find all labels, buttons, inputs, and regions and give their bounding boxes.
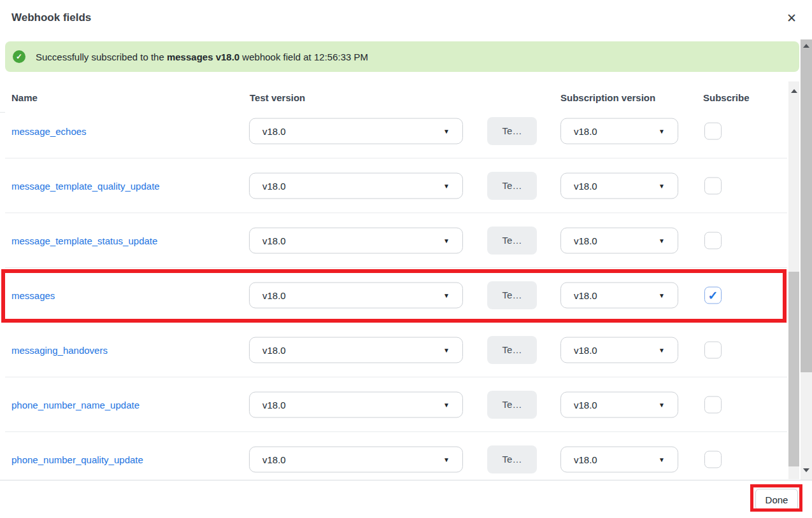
test-version-select[interactable]: v18.0 ▼ bbox=[249, 446, 463, 472]
subscription-version-value: v18.0 bbox=[574, 399, 597, 410]
table-row: messages v18.0 ▼ Te… v18.0 ▼ ✓ bbox=[5, 268, 787, 323]
webhook-name-link[interactable]: message_echoes bbox=[11, 125, 87, 136]
chevron-down-icon: ▼ bbox=[443, 237, 450, 244]
subscription-version-select[interactable]: v18.0 ▼ bbox=[560, 172, 678, 199]
subscribe-checkbox[interactable] bbox=[704, 451, 722, 468]
subscription-version-value: v18.0 bbox=[574, 235, 597, 246]
test-button[interactable]: Te… bbox=[487, 227, 537, 255]
dialog-scroll-down-icon[interactable] bbox=[803, 468, 809, 472]
webhook-name-link[interactable]: messaging_handovers bbox=[11, 344, 108, 355]
subscribe-checkbox[interactable] bbox=[704, 232, 722, 249]
column-header-subscribe: Subscribe bbox=[703, 92, 750, 103]
chevron-down-icon: ▼ bbox=[659, 291, 665, 298]
chevron-down-icon: ▼ bbox=[659, 182, 665, 189]
table-row: phone_number_quality_update v18.0 ▼ Te… … bbox=[5, 432, 787, 487]
chevron-down-icon: ▼ bbox=[443, 401, 450, 408]
subscription-version-select[interactable]: v18.0 ▼ bbox=[560, 118, 678, 144]
test-button[interactable]: Te… bbox=[487, 117, 537, 145]
test-button[interactable]: Te… bbox=[487, 281, 537, 309]
table-row: phone_number_name_update v18.0 ▼ Te… v18… bbox=[5, 377, 787, 432]
webhook-name-link[interactable]: phone_number_name_update bbox=[11, 399, 139, 410]
test-version-select[interactable]: v18.0 ▼ bbox=[249, 282, 463, 308]
test-version-value: v18.0 bbox=[262, 235, 286, 246]
chevron-down-icon: ▼ bbox=[443, 127, 450, 134]
test-version-select[interactable]: v18.0 ▼ bbox=[249, 172, 463, 199]
table-row: messaging_handovers v18.0 ▼ Te… v18.0 ▼ bbox=[5, 323, 787, 377]
success-banner: ✓ Successfully subscribed to the message… bbox=[5, 41, 799, 72]
test-button[interactable]: Te… bbox=[487, 391, 537, 419]
subscribe-checkbox[interactable] bbox=[704, 341, 722, 358]
test-version-value: v18.0 bbox=[262, 454, 286, 465]
test-version-select[interactable]: v18.0 ▼ bbox=[249, 227, 463, 253]
chevron-down-icon: ▼ bbox=[443, 182, 450, 189]
subscribe-checkbox[interactable] bbox=[704, 396, 722, 413]
test-version-value: v18.0 bbox=[262, 399, 286, 410]
chevron-down-icon: ▼ bbox=[443, 291, 450, 298]
scroll-up-icon[interactable] bbox=[791, 89, 797, 93]
chevron-down-icon: ▼ bbox=[659, 127, 665, 134]
dialog-scrollbar[interactable] bbox=[801, 39, 812, 480]
subscribe-checkbox[interactable] bbox=[704, 122, 722, 139]
subscription-version-value: v18.0 bbox=[574, 290, 597, 300]
done-button[interactable]: Done bbox=[755, 489, 798, 510]
chevron-down-icon: ▼ bbox=[659, 456, 665, 463]
table-row: message_template_status_update v18.0 ▼ T… bbox=[5, 213, 787, 268]
chevron-down-icon: ▼ bbox=[659, 346, 665, 353]
webhook-name-link[interactable]: messages bbox=[11, 290, 55, 300]
subscription-version-value: v18.0 bbox=[574, 454, 597, 465]
test-button[interactable]: Te… bbox=[487, 172, 537, 200]
webhook-name-link[interactable]: message_template_quality_update bbox=[11, 180, 160, 191]
test-version-value: v18.0 bbox=[262, 125, 286, 136]
page-title: Webhook fields bbox=[11, 11, 91, 24]
table-row: message_template_quality_update v18.0 ▼ … bbox=[5, 158, 787, 213]
test-version-select[interactable]: v18.0 ▼ bbox=[249, 118, 463, 144]
subscription-version-select[interactable]: v18.0 ▼ bbox=[560, 282, 678, 308]
chevron-down-icon: ▼ bbox=[443, 456, 450, 463]
test-button[interactable]: Te… bbox=[487, 336, 537, 364]
subscription-version-value: v18.0 bbox=[574, 344, 597, 355]
webhook-name-link[interactable]: phone_number_quality_update bbox=[11, 454, 143, 465]
success-message-before: Successfully subscribed to the bbox=[36, 52, 167, 62]
webhook-name-link[interactable]: message_template_status_update bbox=[11, 235, 157, 246]
table-row: message_echoes v18.0 ▼ Te… v18.0 ▼ bbox=[5, 104, 787, 158]
chevron-down-icon: ▼ bbox=[659, 401, 665, 408]
table-scrollbar-thumb[interactable] bbox=[788, 272, 799, 466]
chevron-down-icon: ▼ bbox=[659, 237, 665, 244]
subscription-version-value: v18.0 bbox=[574, 125, 597, 136]
success-message-field: messages v18.0 bbox=[167, 52, 239, 62]
test-version-select[interactable]: v18.0 ▼ bbox=[249, 391, 463, 417]
success-message: Successfully subscribed to the messages … bbox=[36, 52, 368, 62]
subscription-version-select[interactable]: v18.0 ▼ bbox=[560, 391, 678, 417]
test-version-value: v18.0 bbox=[262, 344, 286, 355]
test-version-select[interactable]: v18.0 ▼ bbox=[249, 337, 463, 363]
subscribe-checkbox[interactable] bbox=[704, 177, 722, 194]
checkbox-check-icon: ✓ bbox=[708, 289, 718, 301]
column-header-name: Name bbox=[11, 92, 38, 103]
subscription-version-select[interactable]: v18.0 ▼ bbox=[560, 337, 678, 363]
chevron-down-icon: ▼ bbox=[443, 346, 450, 353]
test-button[interactable]: Te… bbox=[487, 445, 537, 473]
subscribe-checkbox[interactable]: ✓ bbox=[704, 286, 722, 304]
dialog-scroll-up-icon[interactable] bbox=[803, 44, 809, 48]
success-check-icon: ✓ bbox=[13, 50, 25, 63]
subscription-version-select[interactable]: v18.0 ▼ bbox=[560, 446, 678, 472]
test-version-value: v18.0 bbox=[262, 290, 286, 300]
dialog-scrollbar-thumb[interactable] bbox=[801, 39, 812, 372]
dialog-footer: Done bbox=[0, 480, 812, 518]
column-header-test-version: Test version bbox=[250, 92, 305, 103]
subscription-version-select[interactable]: v18.0 ▼ bbox=[560, 227, 678, 253]
subscription-version-value: v18.0 bbox=[574, 180, 597, 191]
table-scrollbar[interactable] bbox=[788, 81, 799, 479]
column-header-subscription-version: Subscription version bbox=[560, 92, 655, 103]
success-message-after: webhook field at 12:56:33 PM bbox=[239, 52, 368, 62]
test-version-value: v18.0 bbox=[262, 180, 286, 191]
webhook-fields-dialog: Webhook fields ✕ ✓ Successfully subscrib… bbox=[0, 0, 812, 518]
close-icon[interactable]: ✕ bbox=[783, 9, 801, 27]
